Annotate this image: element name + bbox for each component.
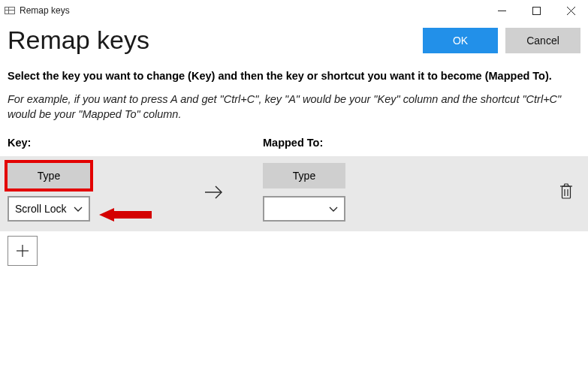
app-icon — [5, 7, 15, 14]
mapped-dropdown[interactable] — [263, 196, 345, 222]
titlebar: Remap keys — [0, 0, 588, 21]
mapped-type-button[interactable]: Type — [263, 163, 345, 188]
minimize-button[interactable] — [484, 0, 519, 21]
column-headers: Key: Mapped To: — [8, 137, 580, 149]
key-dropdown[interactable]: Scroll Lock — [8, 196, 90, 222]
svg-rect-1 — [532, 7, 540, 14]
red-arrow-annotation — [99, 207, 152, 225]
svg-marker-4 — [99, 208, 152, 222]
delete-row-button[interactable] — [559, 183, 573, 202]
ok-button[interactable]: OK — [423, 28, 498, 53]
svg-rect-6 — [562, 186, 571, 198]
chevron-down-icon — [329, 203, 338, 215]
close-button[interactable] — [553, 0, 588, 21]
key-dropdown-value: Scroll Lock — [15, 203, 66, 215]
add-row-button[interactable] — [8, 236, 38, 266]
instruction-example: For example, if you want to press A and … — [8, 92, 580, 122]
instruction-select: Select the key you want to change (Key) … — [8, 70, 580, 82]
window-controls — [484, 0, 588, 21]
column-header-mapped: Mapped To: — [263, 137, 580, 149]
maximize-button[interactable] — [519, 0, 553, 21]
chevron-down-icon — [74, 203, 83, 215]
column-header-key: Key: — [8, 137, 263, 149]
page-title: Remap keys — [8, 26, 149, 55]
trash-icon — [559, 183, 573, 200]
window-title: Remap keys — [20, 5, 70, 16]
key-type-button[interactable]: Type — [8, 163, 90, 188]
plus-icon — [15, 243, 30, 258]
header: Remap keys OK Cancel — [0, 21, 588, 65]
mapping-row: Type Scroll Lock Type — [0, 156, 588, 231]
cancel-button[interactable]: Cancel — [505, 28, 580, 53]
content: Select the key you want to change (Key) … — [0, 65, 588, 266]
arrow-right-icon — [165, 184, 263, 201]
